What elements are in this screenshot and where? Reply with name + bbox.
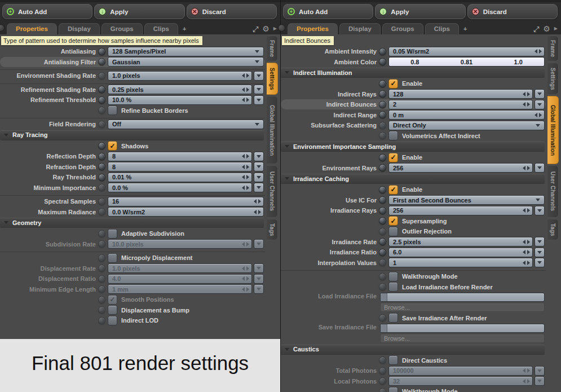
stepper-right-icon[interactable]	[527, 379, 530, 384]
stepper-right-icon[interactable]	[246, 73, 249, 78]
checkbox[interactable]: ✓	[388, 216, 398, 226]
dropdown-button[interactable]	[254, 173, 264, 182]
section-header-irradiance-caching[interactable]: Irradiance Caching	[281, 174, 545, 183]
channel-circle-button[interactable]	[98, 208, 105, 215]
value-field[interactable]: First and Second Bounces	[388, 195, 545, 205]
stepper-icon[interactable]	[242, 276, 249, 281]
tab-display[interactable]: Display	[59, 23, 100, 34]
channel-circle-button[interactable]	[379, 132, 386, 139]
checkbox[interactable]	[388, 313, 398, 323]
channel-circle-button[interactable]	[98, 58, 105, 65]
channel-circle-button[interactable]	[379, 249, 386, 256]
dropdown-button[interactable]	[254, 162, 264, 171]
stepper-icon[interactable]	[523, 208, 530, 213]
stepper-right-icon[interactable]	[246, 98, 249, 102]
dropdown-button[interactable]	[254, 274, 264, 284]
value-field[interactable]: 1.0 pixels	[108, 263, 252, 273]
checkbox[interactable]	[108, 229, 117, 239]
panel-arrow-icon[interactable]: ▶	[554, 27, 558, 31]
channel-circle-button[interactable]	[98, 96, 105, 104]
stepper-left-icon[interactable]	[523, 368, 525, 373]
stepper-right-icon[interactable]	[246, 287, 249, 292]
stepper-left-icon[interactable]	[242, 98, 245, 102]
value-field[interactable]: 1 mm	[108, 284, 252, 294]
value-field[interactable]: 8	[108, 152, 252, 161]
stepper-right-icon[interactable]	[527, 261, 530, 265]
stepper-left-icon[interactable]	[254, 210, 257, 214]
value-field[interactable]: 0.05 W/srm2	[388, 47, 545, 56]
stepper-left-icon[interactable]	[523, 102, 525, 107]
channel-circle-button[interactable]	[98, 198, 105, 205]
file-path-field[interactable]	[380, 293, 545, 302]
stepper-right-icon[interactable]	[246, 165, 249, 169]
channel-circle-button[interactable]	[379, 122, 386, 129]
checkbox[interactable]	[388, 131, 398, 140]
stepper-left-icon[interactable]	[523, 379, 525, 384]
stepper-right-icon[interactable]	[246, 87, 249, 92]
value-field[interactable]: 0 m	[388, 110, 545, 120]
side-tab-global-illumination[interactable]: Global Illumination	[267, 96, 278, 164]
stepper-right-icon[interactable]	[258, 210, 261, 214]
value-field[interactable]: 0.0 %	[108, 183, 252, 192]
value-field[interactable]: Direct Only	[388, 121, 545, 130]
channel-circle-button[interactable]	[98, 240, 105, 248]
stepper-right-icon[interactable]	[527, 240, 530, 244]
value-field[interactable]: 4.0	[108, 274, 252, 284]
channel-circle-button[interactable]	[379, 164, 386, 171]
channel-circle-button[interactable]	[379, 283, 386, 290]
panel-knob-icon[interactable]	[0, 24, 5, 32]
dropdown-button[interactable]	[535, 206, 545, 215]
dropdown-button[interactable]	[254, 183, 264, 192]
side-tab-user-channels[interactable]: User Channels	[547, 165, 559, 218]
checkbox[interactable]: ✓	[388, 153, 398, 162]
stepper-left-icon[interactable]	[535, 49, 537, 54]
side-tab-settings[interactable]: Settings	[267, 63, 278, 95]
stepper-left-icon[interactable]	[242, 287, 245, 292]
channel-circle-button[interactable]	[98, 174, 105, 181]
browse-button[interactable]: Browse...	[380, 334, 545, 343]
channel-circle-button[interactable]	[379, 207, 386, 214]
channel-circle-button[interactable]	[379, 58, 386, 65]
channel-circle-button[interactable]	[98, 285, 105, 293]
stepper-left-icon[interactable]	[242, 73, 245, 78]
file-path-field[interactable]	[380, 324, 545, 333]
stepper-right-icon[interactable]	[246, 242, 249, 246]
channel-circle-button[interactable]	[98, 107, 105, 114]
stepper-left-icon[interactable]	[242, 154, 245, 158]
value-field[interactable]: 1	[388, 258, 533, 267]
dropdown-button[interactable]	[535, 89, 545, 99]
channel-circle-button[interactable]	[379, 101, 386, 108]
stepper-icon[interactable]	[242, 98, 249, 102]
channel-circle-button[interactable]	[379, 217, 386, 224]
channel-circle-button[interactable]	[379, 48, 386, 55]
channel-circle-button[interactable]	[379, 314, 386, 321]
panel-arrow-icon[interactable]: ▶	[273, 27, 277, 31]
panel-knob-icon[interactable]	[278, 24, 285, 32]
value-field[interactable]: 6.0	[388, 248, 533, 257]
value-field[interactable]: 100000	[388, 366, 533, 376]
channel-circle-button[interactable]	[98, 163, 105, 170]
stepper-icon[interactable]	[242, 87, 249, 92]
toolbar-button-discard[interactable]: ✕Discard	[187, 4, 277, 19]
stepper-left-icon[interactable]	[254, 199, 257, 204]
expand-icon[interactable]: ⤢	[533, 25, 539, 33]
stepper-icon[interactable]	[242, 266, 249, 271]
stepper-icon[interactable]	[254, 210, 261, 214]
stepper-right-icon[interactable]	[527, 368, 530, 373]
channel-circle-button[interactable]	[98, 86, 105, 93]
checkbox[interactable]	[108, 253, 117, 263]
stepper-icon[interactable]	[523, 92, 530, 96]
checkbox[interactable]: ✓	[388, 185, 398, 195]
value-field[interactable]: 10.0 pixels	[108, 239, 252, 249]
dropdown-button[interactable]	[535, 366, 545, 376]
dropdown-button[interactable]	[254, 284, 264, 294]
channel-circle-button[interactable]	[98, 230, 105, 237]
channel-circle-button[interactable]	[379, 111, 386, 118]
value-field[interactable]: 16	[108, 197, 264, 206]
value-field[interactable]: 2	[388, 100, 533, 109]
channel-circle-button[interactable]	[98, 317, 105, 324]
dropdown-button[interactable]	[535, 100, 545, 109]
expand-icon[interactable]: ⤢	[253, 25, 258, 33]
stepper-icon[interactable]	[242, 186, 249, 190]
tab-clips[interactable]: Clips	[425, 23, 459, 34]
